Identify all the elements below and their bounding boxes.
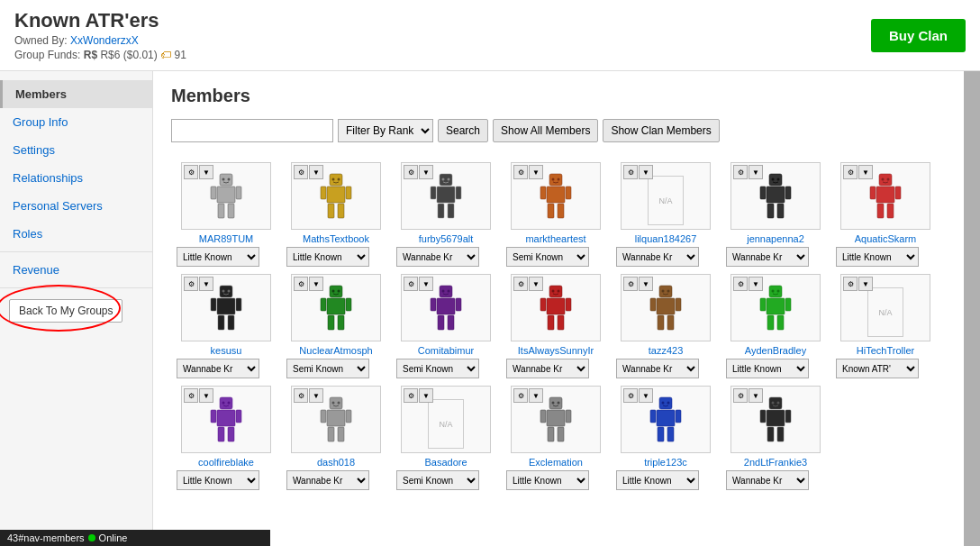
member-name-link[interactable]: Exclemation <box>506 457 605 468</box>
filter-rank-select[interactable]: Filter By Rank Little Known Wannabe Kr S… <box>338 119 433 142</box>
member-rank-select[interactable]: Little KnownWannabe KrSemi KnownKnown AT… <box>506 470 589 490</box>
avatar-down-btn[interactable]: ▼ <box>639 277 653 291</box>
member-name-link[interactable]: triple123c <box>616 457 715 468</box>
show-all-members-button[interactable]: Show All Members <box>493 119 598 142</box>
avatar-down-btn[interactable]: ▼ <box>419 388 433 403</box>
member-name-link[interactable]: AquaticSkarm <box>836 233 935 244</box>
member-rank-select[interactable]: Little KnownWannabe KrSemi KnownKnown AT… <box>396 247 479 267</box>
member-rank-select[interactable]: Little KnownWannabe KrSemi KnownKnown AT… <box>726 359 809 378</box>
show-clan-members-button[interactable]: Show Clan Members <box>603 119 719 142</box>
ticket-icon: 🏷 <box>160 49 171 61</box>
avatar-gear-btn[interactable]: ⚙ <box>404 388 418 403</box>
member-name-link[interactable]: Basadore <box>396 457 495 468</box>
avatar-gear-btn[interactable]: ⚙ <box>513 388 528 403</box>
member-name-link[interactable]: dash018 <box>286 457 386 468</box>
svg-rect-19 <box>456 187 461 199</box>
avatar-down-btn[interactable]: ▼ <box>419 165 433 179</box>
avatar-down-btn[interactable]: ▼ <box>309 277 323 291</box>
avatar-down-btn[interactable]: ▼ <box>199 277 213 291</box>
member-name-link[interactable]: jennapenna2 <box>726 233 825 244</box>
avatar-down-btn[interactable]: ▼ <box>639 388 653 403</box>
member-rank-select[interactable]: Little KnownWannabe KrSemi KnownKnown AT… <box>286 470 369 490</box>
sidebar-item-personal-servers[interactable]: Personal Servers <box>0 192 152 220</box>
avatar-gear-btn[interactable]: ⚙ <box>294 388 308 403</box>
buy-clan-button[interactable]: Buy Clan <box>871 19 966 52</box>
avatar-gear-btn[interactable]: ⚙ <box>294 277 308 291</box>
avatar-down-btn[interactable]: ▼ <box>529 277 543 291</box>
sidebar-item-group-info[interactable]: Group Info <box>0 108 152 136</box>
avatar-gear-btn[interactable]: ⚙ <box>184 165 198 179</box>
member-name-link[interactable]: ItsAlwaysSunnyIr <box>506 345 605 356</box>
avatar-gear-btn[interactable]: ⚙ <box>623 388 638 403</box>
member-rank-select[interactable]: Little KnownWannabe KrSemi KnownKnown AT… <box>396 470 479 490</box>
search-button[interactable]: Search <box>438 119 488 142</box>
avatar-down-btn[interactable]: ▼ <box>858 277 873 291</box>
member-name-link[interactable]: Comitabimur <box>396 345 495 356</box>
member-rank-select[interactable]: Little KnownWannabe KrSemi KnownKnown AT… <box>726 247 809 267</box>
svg-rect-109 <box>338 427 344 441</box>
member-name-link[interactable]: NuclearAtmosph <box>286 345 386 356</box>
owner-link[interactable]: XxWonderzxX <box>70 34 139 47</box>
member-rank-select[interactable]: Little KnownWannabe KrSemi KnownKnown AT… <box>506 359 589 378</box>
member-name-link[interactable]: marktheartest <box>506 233 605 244</box>
member-name-link[interactable]: 2ndLtFrankie3 <box>726 457 825 468</box>
search-input[interactable] <box>171 119 333 142</box>
avatar-gear-btn[interactable]: ⚙ <box>733 165 748 179</box>
member-name-link[interactable]: kesusu <box>177 345 276 356</box>
avatar-down-btn[interactable]: ▼ <box>749 165 763 179</box>
member-name-link[interactable]: HiTechTroller <box>836 345 935 356</box>
member-rank-select[interactable]: Little KnownWannabe KrSemi KnownKnown AT… <box>616 470 699 490</box>
avatar-down-btn[interactable]: ▼ <box>199 165 213 179</box>
avatar-gear-btn[interactable]: ⚙ <box>623 277 638 291</box>
avatar-down-btn[interactable]: ▼ <box>858 165 873 179</box>
member-rank-select[interactable]: Little KnownWannabe KrSemi KnownKnown AT… <box>726 470 809 490</box>
member-name-link[interactable]: coolfireblake <box>177 457 276 468</box>
member-name-link[interactable]: MathsTextbook <box>286 233 386 244</box>
member-rank-select[interactable]: Little KnownWannabe KrSemi KnownKnown AT… <box>396 359 479 378</box>
avatar-gear-btn[interactable]: ⚙ <box>404 165 418 179</box>
member-name-link[interactable]: lilquan184267 <box>616 233 715 244</box>
member-rank-select[interactable]: Little KnownWannabe KrSemi KnownKnown AT… <box>616 247 699 267</box>
sidebar-item-members[interactable]: Members <box>0 80 152 108</box>
avatar-down-btn[interactable]: ▼ <box>199 388 213 403</box>
sidebar-item-relationships[interactable]: Relationships <box>0 164 152 192</box>
sidebar-item-settings[interactable]: Settings <box>0 136 152 164</box>
avatar-gear-btn[interactable]: ⚙ <box>184 277 198 291</box>
avatar-down-btn[interactable]: ▼ <box>639 165 653 179</box>
member-rank-select[interactable]: Little KnownWannabe KrSemi KnownKnown AT… <box>836 359 919 378</box>
avatar-down-btn[interactable]: ▼ <box>749 388 763 403</box>
avatar-gear-btn[interactable]: ⚙ <box>733 388 748 403</box>
member-rank-select[interactable]: Little KnownWannabe KrSemi KnownKnown AT… <box>506 247 589 267</box>
member-rank-select[interactable]: Little KnownWannabe KrSemi KnownKnown AT… <box>286 359 369 378</box>
member-rank-select[interactable]: Little KnownWannabe KrSemi KnownKnown AT… <box>177 359 259 378</box>
member-name-link[interactable]: AydenBradley <box>726 345 825 356</box>
avatar-gear-btn[interactable]: ⚙ <box>513 165 528 179</box>
avatar-gear-btn[interactable]: ⚙ <box>184 388 198 403</box>
avatar-gear-btn[interactable]: ⚙ <box>733 277 748 291</box>
avatar-gear-btn[interactable]: ⚙ <box>843 277 858 291</box>
member-rank-select[interactable]: Little KnownWannabe KrSemi KnownKnown AT… <box>177 470 259 490</box>
member-rank-select[interactable]: Little KnownWannabe KrSemi KnownKnown AT… <box>286 247 369 267</box>
avatar-gear-btn[interactable]: ⚙ <box>294 165 308 179</box>
avatar-down-btn[interactable]: ▼ <box>749 277 763 291</box>
avatar-gear-btn[interactable]: ⚙ <box>513 277 528 291</box>
sidebar-item-revenue[interactable]: Revenue <box>0 256 152 284</box>
avatar-gear-btn[interactable]: ⚙ <box>623 165 638 179</box>
member-name-link[interactable]: furby5679alt <box>396 233 495 244</box>
avatar-down-btn[interactable]: ▼ <box>309 165 323 179</box>
avatar-down-btn[interactable]: ▼ <box>529 388 543 403</box>
back-to-groups-button[interactable]: Back To My Groups <box>9 299 122 323</box>
sidebar-item-roles[interactable]: Roles <box>0 220 152 248</box>
member-name-link[interactable]: tazz423 <box>616 345 715 356</box>
avatar-down-btn[interactable]: ▼ <box>529 165 543 179</box>
member-rank-select[interactable]: Little KnownWannabe KrSemi KnownKnown AT… <box>177 247 259 267</box>
member-name-link[interactable]: MAR89TUM <box>177 233 276 244</box>
avatar-down-btn[interactable]: ▼ <box>309 388 323 403</box>
member-rank-select[interactable]: Little KnownWannabe KrSemi KnownKnown AT… <box>836 247 919 267</box>
member-rank-select[interactable]: Little KnownWannabe KrSemi KnownKnown AT… <box>616 359 699 378</box>
avatar-gear-btn[interactable]: ⚙ <box>843 165 858 179</box>
right-scrollbar[interactable] <box>964 71 980 546</box>
avatar-gear-btn[interactable]: ⚙ <box>404 277 418 291</box>
owner-label: Owned By: <box>14 34 68 47</box>
avatar-down-btn[interactable]: ▼ <box>419 277 433 291</box>
